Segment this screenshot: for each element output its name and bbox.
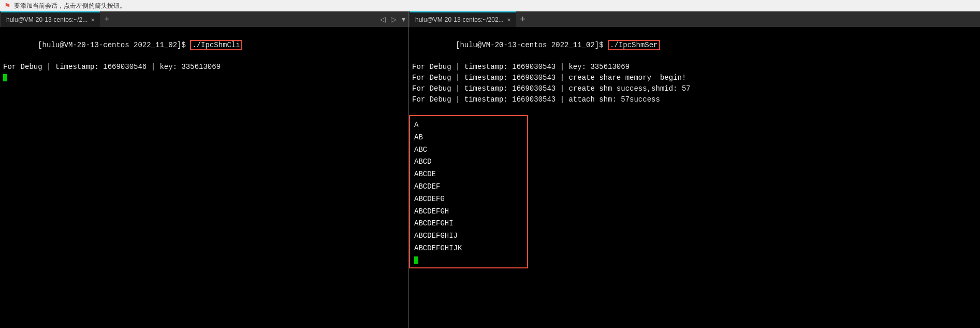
terminals-wrapper: hulu@VM-20-13-centos:~/2... ✕ + ◁ ▷ ▾ [h… [0,11,980,328]
left-tab-label: hulu@VM-20-13-centos:~/2... [6,16,87,23]
right-command-highlight: ./IpcShmSer [608,40,660,50]
left-tab-bar: hulu@VM-20-13-centos:~/2... ✕ + ◁ ▷ ▾ [0,11,408,27]
tab-nav-next[interactable]: ▷ [389,14,399,24]
right-debug-line-2: For Debug | timestamp: 1669030543 | crea… [412,83,977,94]
overlay-item-9: ABCDEFGHIJ [414,230,523,243]
right-terminal-area[interactable]: [hulu@VM-20-13-centos 2022_11_02]$ ./Ipc… [409,27,980,328]
left-tab-close[interactable]: ✕ [91,17,95,23]
notification-icon: ⚑ [4,2,11,10]
right-debug-line-0: For Debug | timestamp: 1669030543 | key:… [412,62,977,73]
right-top-terminal: [hulu@VM-20-13-centos 2022_11_02]$ ./Ipc… [409,27,980,107]
left-cursor [3,74,7,81]
left-tab[interactable]: hulu@VM-20-13-centos:~/2... ✕ [1,11,100,27]
right-tab-label: hulu@VM-20-13-centos:~/202... [415,16,504,23]
left-command-highlight: ./IpcShmCli [190,40,242,50]
left-cursor-line [3,73,405,83]
overlay-item-8: ABCDEFGHI [414,218,523,230]
left-panel: hulu@VM-20-13-centos:~/2... ✕ + ◁ ▷ ▾ [h… [0,11,409,328]
tab-nav-prev[interactable]: ◁ [378,14,388,24]
overlay-item-3: ABCD [414,156,523,168]
overlay-cursor [414,256,418,264]
overlay-item-2: ABC [414,144,523,156]
overlay-item-4: ABCDE [414,168,523,181]
overlay-item-7: ABCDEFGH [414,206,523,218]
left-tab-nav: ◁ ▷ ▾ [378,14,407,24]
overlay-item-10: ABCDEFGHIJK [414,243,523,255]
overlay-item-1: AB [414,132,523,144]
right-tab-close[interactable]: ✕ [507,17,511,23]
tab-nav-dropdown[interactable]: ▾ [400,14,407,24]
right-debug-line-3: For Debug | timestamp: 1669030543 | atta… [412,94,977,105]
overlay-item-6: ABCDEFG [414,193,523,206]
right-panel: hulu@VM-20-13-centos:~/202... ✕ + [hulu@… [409,11,980,328]
notification-text: 要添加当前会话，点击左侧的箭头按钮。 [14,2,126,10]
overlay-cursor-line [414,256,523,264]
left-prompt-line: [hulu@VM-20-13-centos 2022_11_02]$ ./Ipc… [3,29,405,62]
overlay-item-0: A [414,119,523,132]
right-tab-add[interactable]: + [517,15,529,24]
overlay-item-5: ABCDEF [414,181,523,193]
right-tab-bar: hulu@VM-20-13-centos:~/202... ✕ + [409,11,980,27]
notification-bar: ⚑ 要添加当前会话，点击左侧的箭头按钮。 [0,0,980,11]
left-terminal[interactable]: [hulu@VM-20-13-centos 2022_11_02]$ ./Ipc… [0,27,408,328]
right-debug-line-1: For Debug | timestamp: 1669030543 | crea… [412,73,977,83]
right-overlay-box: A AB ABC ABCD ABCDE ABCDEF ABCDEFG ABCDE… [409,115,528,268]
right-prompt-line: [hulu@VM-20-13-centos 2022_11_02]$ ./Ipc… [412,29,977,62]
left-debug-line: For Debug | timestamp: 1669030546 | key:… [3,62,405,73]
right-tab[interactable]: hulu@VM-20-13-centos:~/202... ✕ [410,11,516,27]
left-tab-add[interactable]: + [101,15,113,24]
